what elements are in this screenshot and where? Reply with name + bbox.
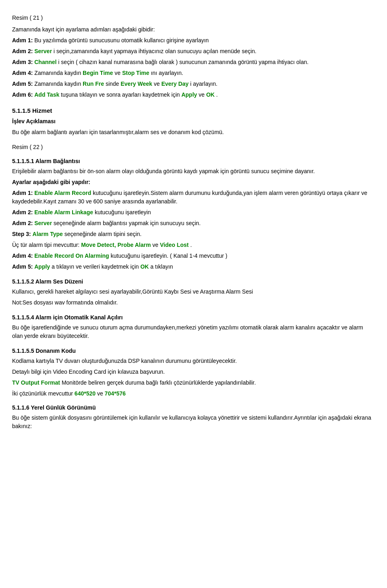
alarm-step4: Adım 4: Enable Record On Alarming kutucu… xyxy=(12,252,375,260)
intro-text: Zamanında kayıt için ayarlama adımları a… xyxy=(12,25,375,34)
section-5115-title: 5.1.1.5 Hizmet xyxy=(12,106,375,116)
alarm-step2a: Adım 2: Enable Alarm Linkage kutucuğunu … xyxy=(12,208,375,217)
alarm-step5-text2: a tıklayın xyxy=(150,263,173,270)
alarm-step2b-colored: Server xyxy=(34,220,52,226)
step5-runfre: Run Fre xyxy=(83,81,104,87)
alarm-step4-bold: Adım 4: xyxy=(12,253,33,259)
step5-text3: ve xyxy=(154,81,161,87)
step2: Adım 2: Server i seçin,zamanında kayıt y… xyxy=(12,47,375,56)
section-5116-title: 5.1.1.6 Yerel Günlük Görünümü xyxy=(12,404,375,412)
step5: Adım 5: Zamanında kaydın Run Fre sinde E… xyxy=(12,80,375,88)
step6-bold: Adım 6: xyxy=(12,91,33,98)
section-51152-note: Not:Ses dosyası wav formatında olmalıdır… xyxy=(12,298,375,307)
section-51151-desc1: Erişilebilir alarm bağlantısı bir ön-son… xyxy=(12,167,375,176)
alarm-step2b-text: seçeneğinde alarm bağlantısı yapmak için… xyxy=(54,220,201,226)
step4-text3: ını ayarlayın. xyxy=(151,70,183,76)
section-51154: 5.1.1.5.4 Alarm için Otomatik Kanal Açıl… xyxy=(12,313,375,340)
step2-text: i seçin,zamanında kayıt yapmaya ihtiyacı… xyxy=(54,48,257,54)
section-51155-desc1: Kodlama kartıyla TV duvarı oluşturduğunu… xyxy=(12,357,375,365)
section-51155-res2: 704*576 xyxy=(105,390,126,397)
step6-text3: . xyxy=(216,91,218,98)
main-content: Resim ( 21 ) Zamanında kayıt için ayarla… xyxy=(12,14,375,431)
step5-bold: Adım 5: xyxy=(12,81,33,87)
step5-text4: i ayarlayın. xyxy=(190,81,218,87)
step6-addtask: Add Task xyxy=(34,91,59,98)
step4-stop: Stop Time xyxy=(122,70,149,76)
section-5115: 5.1.1.5 Hizmet İşlev Açıklaması Bu öğe a… xyxy=(12,106,375,137)
section-51155-title: 5.1.1.5.5 Donanım Kodu xyxy=(12,347,375,355)
step6-ok: OK xyxy=(206,91,214,98)
step2-bold: Adım 2: xyxy=(12,48,33,54)
alarm-step2b-bold: Adım 2: xyxy=(12,220,33,226)
alarm-types-move: Move Detect, Probe Alarm xyxy=(81,242,151,248)
step6-apply: Apply xyxy=(181,91,197,98)
section-51152-title: 5.1.1.5.2 Alarm Ses Düzeni xyxy=(12,277,375,286)
step2-server: Server xyxy=(34,48,52,54)
alarm-step1: Adım 1: Enable Alarm Record kutucuğunu i… xyxy=(12,189,375,206)
step5-everyweek: Every Week xyxy=(121,81,152,87)
step6-text1: tuşuna tıklayın ve sonra ayarları kaydet… xyxy=(61,91,181,98)
alarm-step3-bold: Step 3: xyxy=(12,231,31,237)
alarm-step5-apply: Apply xyxy=(34,263,50,270)
section-5115-desc: Bu öğe alarm bağlantı ayarları için tasa… xyxy=(12,128,375,137)
section-51155-desc4: İki çözünürlük mevcuttur 640*520 ve 704*… xyxy=(12,389,375,398)
section-51151-title: 5.1.1.5.1 Alarm Bağlantısı xyxy=(12,157,375,166)
section-51155-desc3: TV Output Format Monitörde beliren gerçe… xyxy=(12,379,375,387)
step5-text2: sinde xyxy=(106,81,121,87)
section-51155-desc4-prefix: İki çözünürlük mevcuttur xyxy=(12,390,75,397)
alarm-types-video: Video Lost xyxy=(160,242,189,248)
alarm-step3-colored: Alarm Type xyxy=(33,231,63,237)
step1-text: Bu yazılımda görüntü sunucusunu otomatik… xyxy=(34,37,209,43)
section-5115-subtitle: İşlev Açıklaması xyxy=(12,117,375,126)
alarm-step2b: Adım 2: Server seçeneğinde alarm bağlant… xyxy=(12,219,375,228)
alarm-step4-text: kutucuğunu işaretleyin. ( Kanal 1-4 mevc… xyxy=(111,253,227,259)
alarm-step2a-bold: Adım 2: xyxy=(12,209,33,215)
step4: Adım 4: Zamanında kaydın Begin Time ve S… xyxy=(12,69,375,77)
alarm-step4-colored: Enable Record On Alarming xyxy=(34,253,109,259)
section-51152-desc: Kullanıcı, gerekli hareket algılayıcı se… xyxy=(12,288,375,296)
step4-text2: ve xyxy=(114,70,122,76)
section-51155-desc3-text: Monitörde beliren gerçek duruma bağlı fa… xyxy=(62,379,256,386)
step4-bold: Adım 4: xyxy=(12,70,33,76)
section-5116-desc: Bu öğe sistem günlük dosyasını görüntüle… xyxy=(12,414,375,431)
section-51154-desc: Bu öğe işaretlendiğinde ve sunucu oturum… xyxy=(12,323,375,340)
resim22-title: Resim ( 22 ) xyxy=(12,143,375,151)
step3-channel: Channel xyxy=(34,59,56,65)
alarm-step5: Adım 5: Apply a tıklayın ve verileri kay… xyxy=(12,263,375,271)
step4-begin: Begin Time xyxy=(83,70,113,76)
section-51155: 5.1.1.5.5 Donanım Kodu Kodlama kartıyla … xyxy=(12,347,375,398)
step3-bold: Adım 3: xyxy=(12,59,33,65)
alarm-types-prefix: Üç tür alarm tipi mevcuttur: xyxy=(12,242,81,248)
alarm-step5-bold: Adım 5: xyxy=(12,263,33,270)
section-51155-tvformat: TV Output Format xyxy=(12,379,60,386)
alarm-step5-text1: a tıklayın ve verileri kaydetmek için xyxy=(52,263,140,270)
step4-text1: Zamanında kaydın xyxy=(34,70,83,76)
alarm-step5-ok: OK xyxy=(140,263,149,270)
alarm-types-mid: ve xyxy=(152,242,160,248)
section-51151-bold-intro: Ayarlar aşağıdaki gibi yapılır: xyxy=(12,178,375,186)
step1-bold: Adım 1: xyxy=(12,37,33,43)
alarm-step3-text: seçeneğinde alarm tipini seçin. xyxy=(64,231,141,237)
step3: Adım 3: Channel i seçin ( cihazın kanal … xyxy=(12,58,375,66)
alarm-types: Üç tür alarm tipi mevcuttur: Move Detect… xyxy=(12,241,375,249)
alarm-step2a-colored: Enable Alarm Linkage xyxy=(34,209,93,215)
section-51155-desc2: Detaylı bilgi için Video Encoding Card i… xyxy=(12,368,375,376)
alarm-step1-bold: Adım 1: xyxy=(12,190,34,196)
step5-everyday: Every Day xyxy=(161,81,189,87)
resim21-title: Resim ( 21 ) xyxy=(12,14,375,22)
step5-text1: Zamanında kaydın xyxy=(34,81,83,87)
section-51155-res1: 640*520 xyxy=(75,390,96,397)
section-51154-title: 5.1.1.5.4 Alarm için Otomatik Kanal Açıl… xyxy=(12,313,375,322)
section-51155-desc4-mid: ve xyxy=(97,390,105,397)
alarm-step1-colored: Enable Alarm Record xyxy=(34,190,91,196)
step3-text: i seçin ( cihazın kanal numarasına bağlı… xyxy=(58,59,308,65)
alarm-step3: Step 3: Alarm Type seçeneğinde alarm tip… xyxy=(12,230,375,238)
section-5116: 5.1.1.6 Yerel Günlük Görünümü Bu öğe sis… xyxy=(12,404,375,431)
step6-text2: ve xyxy=(199,91,206,98)
alarm-step2a-text: kutucuğunu işaretleyin xyxy=(95,209,151,215)
step1: Adım 1: Bu yazılımda görüntü sunucusunu … xyxy=(12,36,375,45)
section-51151: 5.1.1.5.1 Alarm Bağlantısı Erişilebilir … xyxy=(12,157,375,271)
alarm-types-dot: . xyxy=(190,242,192,248)
step6: Adım 6: Add Task tuşuna tıklayın ve sonr… xyxy=(12,91,375,99)
section-51152: 5.1.1.5.2 Alarm Ses Düzeni Kullanıcı, ge… xyxy=(12,277,375,307)
